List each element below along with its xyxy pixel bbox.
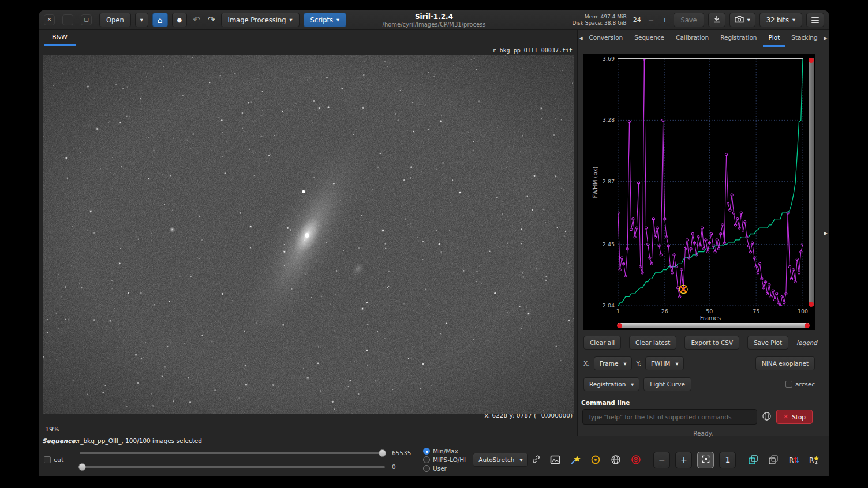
clear-all-button[interactable]: Clear all — [583, 336, 621, 350]
tab-stacking[interactable]: Stacking — [785, 30, 823, 47]
x-range-min-handle[interactable] — [617, 323, 622, 328]
layers-icon[interactable] — [766, 452, 781, 467]
command-input[interactable] — [582, 409, 757, 425]
open-button[interactable]: Open — [99, 13, 131, 27]
arcsec-checkbox[interactable] — [785, 381, 792, 388]
home-button[interactable]: ⌂ — [152, 13, 168, 27]
snapshot-button[interactable]: ▼ — [729, 13, 755, 27]
radio-user-row[interactable]: User — [423, 465, 466, 472]
channel-link-button[interactable] — [532, 455, 541, 466]
main-image-viewport[interactable] — [43, 55, 574, 414]
zoom-fit-button[interactable] — [697, 452, 714, 468]
zoom-out-icon: − — [659, 455, 665, 464]
plot-x-range-scrollbar[interactable] — [618, 323, 809, 328]
tab-bw[interactable]: B&W — [44, 30, 76, 46]
high-slider-track[interactable] — [80, 452, 385, 454]
zoom-one-to-one-button[interactable]: 1 — [719, 452, 736, 468]
zoom-out-button[interactable]: − — [653, 452, 670, 468]
sequence-label: Sequence: — [42, 437, 78, 444]
save-plot-button[interactable]: Save Plot — [747, 336, 788, 350]
undo-button[interactable]: ↶ — [191, 16, 202, 24]
star-detection-icon[interactable] — [568, 452, 583, 467]
clear-latest-button[interactable]: Clear latest — [629, 336, 676, 350]
cut-checkbox[interactable] — [44, 456, 51, 463]
y-tick-label: 2.87 — [583, 178, 615, 185]
chevron-down-icon: ▼ — [675, 362, 678, 366]
photometry-icon[interactable] — [588, 452, 603, 467]
chevron-down-icon: ▼ — [792, 18, 795, 22]
y-axis-selector-label: Y: — [636, 360, 641, 367]
save-as-button[interactable] — [708, 13, 725, 27]
star-registration-icon[interactable]: R — [806, 452, 821, 467]
image-processing-menu-button[interactable]: Image Processing▼ — [221, 13, 300, 27]
low-level-slider[interactable] — [78, 463, 386, 471]
low-slider-handle[interactable] — [78, 463, 86, 471]
cut-label: cut — [54, 456, 63, 464]
panel-collapse-handle[interactable]: ▶ — [824, 230, 828, 235]
command-line-row: ✕ Stop — [582, 409, 813, 425]
registration-data-value: Registration — [589, 381, 626, 388]
registration-data-dropdown[interactable]: Registration▼ — [583, 377, 639, 391]
svg-text:R: R — [789, 456, 794, 464]
window-minimize-button[interactable]: − — [62, 14, 73, 25]
stretch-mode-dropdown[interactable]: AutoStretch▼ — [473, 453, 528, 467]
chromatic-align-icon[interactable]: R — [786, 452, 801, 467]
tab-sequence[interactable]: Sequence — [628, 30, 670, 47]
zoom-in-button[interactable]: + — [675, 452, 692, 468]
tabs-scroll-right-button[interactable]: ▶ — [824, 30, 828, 47]
astro-image[interactable] — [43, 55, 574, 414]
image-processing-label: Image Processing — [228, 16, 286, 24]
scripts-label: Scripts — [310, 16, 333, 24]
nina-exoplanet-button[interactable]: NINA exoplanet — [755, 356, 815, 370]
command-help-button[interactable] — [762, 411, 772, 423]
siril-window: ✕ − ▢ Open ▼ ⌂ ● ↶ ↷ Image Processing▼ S… — [39, 10, 829, 476]
user-radio[interactable] — [423, 465, 430, 472]
plot-source-row: Registration▼ Light Curve arcsec — [583, 377, 815, 391]
save-button[interactable]: Save — [674, 13, 704, 27]
mips-radio[interactable] — [423, 456, 430, 463]
tabs-scroll-left-button[interactable]: ◀ — [579, 30, 583, 47]
window-close-button[interactable]: ✕ — [44, 14, 55, 25]
hamburger-menu-button[interactable] — [806, 13, 824, 27]
plot-y-range-scrollbar[interactable] — [809, 58, 814, 306]
x-axis-dropdown[interactable]: Frame▼ — [594, 356, 633, 370]
radio-minmax-row[interactable]: Min/Max — [423, 448, 466, 455]
export-csv-button[interactable]: Export to CSV — [684, 336, 739, 350]
open-recent-dropdown-button[interactable]: ▼ — [135, 13, 148, 27]
tab-conversion[interactable]: Conversion — [583, 30, 628, 47]
x-axis-value: Frame — [600, 360, 619, 367]
livestacking-button[interactable]: ● — [172, 13, 188, 27]
background-samples-icon[interactable] — [628, 452, 643, 467]
tab-registration[interactable]: Registration — [714, 30, 762, 47]
plot-area: FWHM (px) 2.042.452.873.283.69 126507510… — [583, 54, 815, 330]
camera-icon — [735, 16, 744, 25]
celestial-grid-icon[interactable] — [608, 452, 623, 467]
y-range-max-handle[interactable] — [809, 58, 814, 63]
image-tab-bar: B&W — [39, 30, 577, 46]
high-level-slider[interactable] — [78, 449, 386, 457]
high-slider-handle[interactable] — [379, 449, 386, 457]
legend-label: legend — [796, 339, 817, 346]
x-range-max-handle[interactable] — [805, 323, 810, 328]
light-curve-button[interactable]: Light Curve — [643, 377, 691, 391]
bit-depth-dropdown[interactable]: 32 bits▼ — [760, 13, 802, 27]
window-maximize-button[interactable]: ▢ — [81, 14, 92, 25]
plot-canvas[interactable] — [618, 59, 803, 306]
tab-plot[interactable]: Plot — [763, 30, 786, 47]
annotations-icon[interactable] — [548, 452, 563, 467]
stop-button[interactable]: ✕ Stop — [776, 410, 813, 424]
minmax-radio[interactable] — [423, 448, 430, 455]
radio-mips-row[interactable]: MIPS-LO/HI — [423, 456, 466, 463]
current-frame-filename: r_bkg_pp_OIII_00037.fit — [39, 46, 577, 55]
low-slider-track[interactable] — [80, 466, 385, 468]
redo-button[interactable]: ↷ — [206, 16, 217, 24]
tab-calibration[interactable]: Calibration — [670, 30, 714, 47]
rgb-channels-icon[interactable] — [746, 452, 761, 467]
scripts-menu-button[interactable]: Scripts▼ — [304, 13, 346, 27]
y-range-min-handle[interactable] — [809, 302, 814, 307]
fit-window-icon — [701, 455, 710, 466]
arrow-left-icon: ◀ — [579, 36, 583, 41]
y-axis-dropdown[interactable]: FWHM▼ — [645, 356, 684, 370]
zoom-decrease-button[interactable]: − — [646, 16, 656, 24]
zoom-increase-button[interactable]: + — [660, 16, 670, 24]
